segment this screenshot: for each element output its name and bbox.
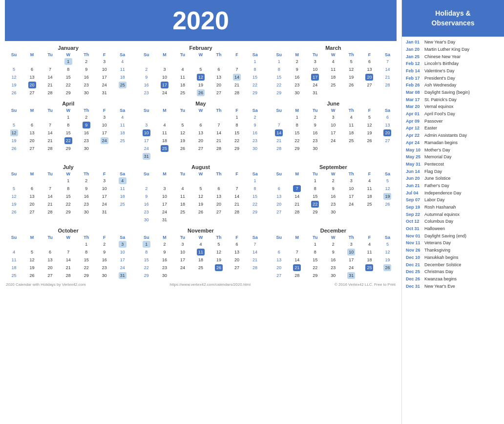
calendar-day: 8 bbox=[59, 121, 77, 129]
calendar-day bbox=[173, 177, 191, 185]
calendar-day: 26 bbox=[342, 81, 360, 89]
calendar-day: 12 bbox=[360, 121, 378, 129]
calendar-day: 13 bbox=[23, 129, 41, 137]
calendar-day: 7 bbox=[246, 240, 264, 248]
calendar-day: 18 bbox=[113, 73, 131, 81]
calendar-day: 27 bbox=[360, 81, 378, 89]
calendar-day: 19 bbox=[5, 200, 23, 208]
day-of-week-header: Th bbox=[210, 171, 228, 177]
calendar-day: 11 bbox=[155, 129, 173, 137]
calendar-day: 16 bbox=[137, 81, 155, 89]
calendar-day: 24 bbox=[306, 81, 324, 89]
calendar-day bbox=[378, 208, 397, 216]
calendar-day: 29 bbox=[306, 272, 324, 279]
calendar-day: 15 bbox=[59, 129, 77, 137]
holiday-name: Martin Luther King Day bbox=[424, 47, 469, 53]
holiday-item: Jan 01New Year's Day bbox=[406, 40, 500, 45]
calendar-day: 18 bbox=[324, 73, 342, 81]
calendar-day: 14 bbox=[41, 73, 59, 81]
calendar-day: 19 bbox=[5, 81, 23, 89]
calendar-day bbox=[288, 240, 306, 248]
calendar-day: 6 bbox=[41, 248, 59, 256]
calendar-day: 5 bbox=[378, 240, 397, 248]
calendar-day: 13 bbox=[191, 129, 210, 137]
calendar-day: 27 bbox=[191, 145, 210, 152]
month-table: SuMTuWThFSa12345678910111213141516171819… bbox=[137, 107, 264, 160]
calendar-day: 1 bbox=[59, 177, 77, 185]
calendar-day: 25 bbox=[324, 81, 342, 89]
calendar-day bbox=[41, 177, 59, 185]
calendar-day: 26 bbox=[378, 264, 397, 272]
calendar-day: 25 bbox=[360, 200, 378, 208]
calendar-day: 13 bbox=[210, 192, 228, 200]
month-block-july: JulySuMTuWThFSa1234567891011121314151617… bbox=[5, 164, 131, 224]
year-header: 2020 bbox=[5, 0, 397, 41]
calendar-day: 3 bbox=[95, 58, 113, 65]
calendar-day: 18 bbox=[173, 200, 191, 208]
calendar-day: 27 bbox=[210, 89, 228, 97]
holiday-item: Dec 25Christmas Day bbox=[406, 269, 500, 275]
calendar-day bbox=[210, 152, 228, 160]
calendar-day: 11 bbox=[5, 256, 23, 264]
holiday-name: Pentecost bbox=[424, 162, 444, 168]
calendar-day: 29 bbox=[246, 208, 264, 216]
calendar-day: 28 bbox=[41, 145, 59, 152]
calendar-day bbox=[23, 177, 41, 185]
calendar-day: 27 bbox=[41, 272, 59, 279]
calendar-day: 29 bbox=[246, 89, 264, 97]
calendar-day: 14 bbox=[41, 129, 59, 137]
holiday-name: Hanukkah begins bbox=[424, 255, 459, 261]
calendar-day: 20 bbox=[270, 264, 288, 272]
calendar-day: 3 bbox=[324, 113, 342, 121]
holiday-date: Nov 01 bbox=[406, 233, 421, 239]
calendar-day: 9 bbox=[137, 73, 155, 81]
calendar-day bbox=[5, 113, 23, 121]
day-of-week-header: Sa bbox=[113, 234, 131, 240]
holiday-name: Kwanzaa begins bbox=[424, 276, 457, 282]
calendar-day: 3 bbox=[95, 113, 113, 121]
day-of-week-header: Tu bbox=[41, 52, 59, 58]
calendar-day: 11 bbox=[360, 185, 378, 192]
calendar-day bbox=[270, 113, 288, 121]
calendar-day bbox=[210, 177, 228, 185]
calendar-day: 14 bbox=[288, 256, 306, 264]
day-of-week-header: F bbox=[360, 52, 378, 58]
holiday-name: Daylight Saving (begin) bbox=[424, 90, 470, 96]
holiday-date: Dec 31 bbox=[406, 284, 421, 290]
calendar-day: 30 bbox=[306, 145, 324, 152]
calendar-day: 17 bbox=[95, 73, 113, 81]
holiday-date: Jun 20 bbox=[406, 176, 421, 182]
calendar-day: 17 bbox=[306, 73, 324, 81]
calendar-day: 19 bbox=[191, 200, 210, 208]
holiday-item: Jan 20Martin Luther King Day bbox=[406, 47, 500, 53]
holiday-item: Feb 12Lincoln's Birthday bbox=[406, 61, 500, 67]
calendar-day: 14 bbox=[246, 248, 264, 256]
calendar-day: 24 bbox=[342, 200, 360, 208]
month-block-november: NovemberSuMTuWThFSa123456789101112131415… bbox=[137, 228, 264, 279]
calendar-day: 10 bbox=[173, 248, 191, 256]
calendar-day: 6 bbox=[210, 65, 228, 73]
holiday-item: Sep 22Autumnal equinox bbox=[406, 212, 500, 218]
holiday-date: Jul 04 bbox=[406, 191, 421, 196]
calendar-day: 6 bbox=[23, 185, 41, 192]
calendar-day: 24 bbox=[95, 137, 113, 145]
day-of-week-header: M bbox=[155, 52, 173, 58]
calendar-day: 5 bbox=[360, 113, 378, 121]
day-of-week-header: Su bbox=[137, 234, 155, 240]
day-of-week-header: M bbox=[288, 107, 306, 113]
calendar-day: 12 bbox=[378, 185, 397, 192]
calendar-day bbox=[378, 145, 397, 152]
holiday-date: Dec 25 bbox=[406, 269, 421, 275]
calendar-day bbox=[378, 89, 397, 97]
calendar-day: 15 bbox=[306, 256, 324, 264]
calendar-day bbox=[324, 145, 342, 152]
calendar-day: 21 bbox=[270, 137, 288, 145]
calendar-day: 2 bbox=[77, 177, 95, 185]
calendar-day: 2 bbox=[324, 177, 342, 185]
calendar-day: 2 bbox=[137, 65, 155, 73]
calendar-day: 22 bbox=[59, 200, 77, 208]
day-of-week-header: F bbox=[95, 52, 113, 58]
day-of-week-header: Th bbox=[77, 52, 95, 58]
calendar-day: 23 bbox=[95, 264, 113, 272]
calendar-day: 25 bbox=[173, 89, 191, 97]
